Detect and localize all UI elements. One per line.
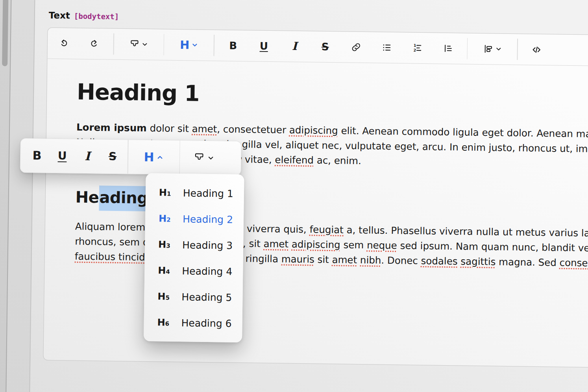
text-segment: vitae, xyxy=(242,153,275,165)
italic-icon: I xyxy=(292,41,297,52)
heading-menu-item-h1[interactable]: H1Heading 1 xyxy=(145,179,244,207)
heading-menu-item-h6[interactable]: H6Heading 6 xyxy=(144,309,242,337)
text-segment: ac, enim. xyxy=(314,154,361,166)
bold-icon: B xyxy=(32,150,41,161)
align-objects-icon xyxy=(483,44,493,54)
text-segment: feugiat xyxy=(309,224,344,235)
heading-dropdown-button[interactable]: H xyxy=(172,34,206,56)
chevron-down-icon xyxy=(495,46,501,52)
heading-menu-item-h3[interactable]: H3Heading 3 xyxy=(145,231,244,259)
toolbar-separator xyxy=(467,38,468,59)
text-segment: dolor sit xyxy=(147,122,192,135)
blockquote-button[interactable] xyxy=(437,37,459,60)
text-segment: , consectetuer xyxy=(217,123,289,135)
heading-menu-item-h5[interactable]: H5Heading 5 xyxy=(144,283,243,311)
text-segment: Aliquam lorem xyxy=(75,221,146,233)
chevron-down-icon xyxy=(142,41,148,48)
bubble-underline-button[interactable]: U xyxy=(50,139,75,173)
text-segment: sagittis xyxy=(460,255,496,267)
bubble-bold-button[interactable]: B xyxy=(24,139,50,173)
svg-text:1: 1 xyxy=(413,43,416,48)
text-segment: mauris xyxy=(281,253,314,265)
underline-icon: U xyxy=(58,150,67,161)
chevron-up-icon xyxy=(157,154,163,161)
field-label: Text [bodytext] xyxy=(49,10,119,21)
underline-icon: U xyxy=(260,41,268,51)
link-icon xyxy=(351,42,361,52)
text-segment: sodales xyxy=(421,255,457,267)
text-segment: consequat xyxy=(559,257,588,269)
link-button[interactable] xyxy=(345,36,367,59)
heading-icon: H xyxy=(180,39,190,51)
text-segment: nibh xyxy=(360,254,381,266)
code-icon xyxy=(531,44,542,55)
format-painter-dropdown-button[interactable] xyxy=(122,33,156,55)
text-segment: amet xyxy=(192,123,217,135)
toolbar-separator xyxy=(163,34,164,55)
text-segment: viverra quis, xyxy=(244,223,310,235)
italic-icon: I xyxy=(85,150,90,162)
heading-1-icon: H1 xyxy=(159,188,174,197)
undo-button[interactable] xyxy=(53,32,75,55)
text-segment: eleifend xyxy=(275,154,314,166)
heading-menu-item-label: Heading 1 xyxy=(183,187,233,200)
text-segment: neque xyxy=(367,239,397,251)
bold-icon: B xyxy=(229,41,237,51)
text-segment: He xyxy=(75,188,99,207)
toolbar-separator xyxy=(128,140,129,174)
text-segment: amet xyxy=(332,254,357,266)
text-segment: faucibus tincid xyxy=(75,251,145,263)
text-segment: Lorem ipsum xyxy=(76,122,147,134)
strikethrough-icon: S xyxy=(322,42,329,52)
blockquote-icon xyxy=(443,43,453,54)
bubble-format-painter-dropdown-button[interactable] xyxy=(182,141,226,175)
field-type-tag: [bodytext] xyxy=(74,11,119,20)
writer-field: H B U I S xyxy=(43,28,588,368)
toolbar-separator xyxy=(517,39,518,60)
bold-button[interactable]: B xyxy=(222,34,244,57)
text-segment: rhoncus, sem xyxy=(75,236,140,248)
chevron-down-icon xyxy=(191,42,198,48)
heading-5-icon: H5 xyxy=(157,292,172,301)
heading-menu-item-label: Heading 6 xyxy=(181,317,231,329)
strikethrough-icon: S xyxy=(109,151,117,162)
undo-icon xyxy=(59,38,69,48)
heading-3-icon: H3 xyxy=(158,240,173,249)
bubble-toolbar: B U I S H xyxy=(20,138,242,176)
heading-menu-item-h4[interactable]: H4Heading 4 xyxy=(144,257,243,285)
bubble-italic-button[interactable]: I xyxy=(75,139,100,174)
redo-icon xyxy=(89,39,100,49)
bullet-list-button[interactable] xyxy=(375,37,398,59)
text-segment: adipiscing xyxy=(292,239,340,251)
vertical-scrollbar-thumb[interactable] xyxy=(2,0,8,66)
page-stage: Text [bodytext] xyxy=(0,0,588,392)
redo-button[interactable] xyxy=(83,33,105,55)
text-segment: sit xyxy=(314,254,332,266)
underline-button[interactable]: U xyxy=(253,35,275,57)
bullet-list-icon xyxy=(381,43,392,53)
text-segment: . Donec xyxy=(381,255,421,266)
heading-menu-item-label: Heading 2 xyxy=(183,213,233,226)
bubble-strikethrough-button[interactable]: S xyxy=(100,139,126,174)
ordered-list-button[interactable]: 12 xyxy=(406,37,429,59)
chevron-down-icon xyxy=(207,154,214,161)
toolbar-separator xyxy=(213,35,214,56)
field-label-text: Text xyxy=(49,10,70,21)
bubble-heading-dropdown-button[interactable]: H xyxy=(130,140,177,174)
alignment-dropdown-button[interactable] xyxy=(475,38,509,60)
ordered-list-icon: 12 xyxy=(412,43,422,53)
heading-6-icon: H6 xyxy=(157,318,172,327)
document-heading-1: Heading 1 xyxy=(77,78,588,122)
text-segment: , sit xyxy=(243,238,264,250)
heading-menu-item-label: Heading 3 xyxy=(182,239,233,251)
text-segment: amet xyxy=(263,238,288,250)
heading-menu-item-h2[interactable]: H2Heading 2 xyxy=(145,205,244,233)
heading-menu-item-label: Heading 5 xyxy=(181,291,232,303)
italic-button[interactable]: I xyxy=(283,35,306,57)
heading-2-icon: H2 xyxy=(159,214,174,223)
paintbrush-icon xyxy=(129,39,140,49)
code-view-button[interactable] xyxy=(525,39,548,61)
strikethrough-button[interactable]: S xyxy=(314,35,337,58)
heading-4-icon: H4 xyxy=(158,266,173,275)
svg-text:2: 2 xyxy=(413,48,416,52)
